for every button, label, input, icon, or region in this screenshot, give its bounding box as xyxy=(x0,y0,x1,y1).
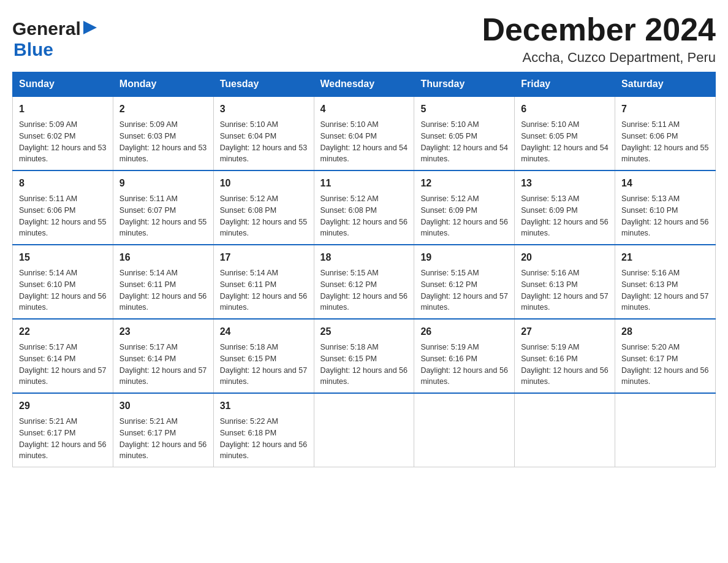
day-info: Sunrise: 5:13 AMSunset: 6:09 PMDaylight:… xyxy=(521,193,609,239)
calendar-cell: 19Sunrise: 5:15 AMSunset: 6:12 PMDayligh… xyxy=(414,245,515,319)
calendar-cell: 25Sunrise: 5:18 AMSunset: 6:15 PMDayligh… xyxy=(314,319,414,393)
day-number: 13 xyxy=(521,176,609,191)
calendar-cell: 10Sunrise: 5:12 AMSunset: 6:08 PMDayligh… xyxy=(213,170,314,245)
day-info: Sunrise: 5:09 AMSunset: 6:03 PMDaylight:… xyxy=(119,119,207,165)
day-info: Sunrise: 5:11 AMSunset: 6:07 PMDaylight:… xyxy=(119,193,207,239)
day-number: 27 xyxy=(521,324,609,339)
calendar-cell: 6Sunrise: 5:10 AMSunset: 6:05 PMDaylight… xyxy=(515,96,615,170)
calendar-week-row: 8Sunrise: 5:11 AMSunset: 6:06 PMDaylight… xyxy=(13,170,716,245)
calendar-cell: 30Sunrise: 5:21 AMSunset: 6:17 PMDayligh… xyxy=(113,393,213,467)
calendar-cell xyxy=(314,393,414,467)
calendar-cell: 26Sunrise: 5:19 AMSunset: 6:16 PMDayligh… xyxy=(414,319,515,393)
calendar-cell: 22Sunrise: 5:17 AMSunset: 6:14 PMDayligh… xyxy=(13,319,113,393)
day-info: Sunrise: 5:16 AMSunset: 6:13 PMDaylight:… xyxy=(621,267,709,313)
day-number: 20 xyxy=(521,250,609,265)
calendar-cell: 4Sunrise: 5:10 AMSunset: 6:04 PMDaylight… xyxy=(314,96,414,170)
day-number: 26 xyxy=(420,324,508,339)
day-number: 31 xyxy=(220,399,308,413)
day-number: 12 xyxy=(420,176,508,191)
day-info: Sunrise: 5:12 AMSunset: 6:08 PMDaylight:… xyxy=(320,193,408,239)
day-info: Sunrise: 5:12 AMSunset: 6:08 PMDaylight:… xyxy=(220,193,308,239)
calendar-table: SundayMondayTuesdayWednesdayThursdayFrid… xyxy=(12,72,716,467)
day-info: Sunrise: 5:19 AMSunset: 6:16 PMDaylight:… xyxy=(420,342,508,388)
day-info: Sunrise: 5:18 AMSunset: 6:15 PMDaylight:… xyxy=(320,342,408,388)
day-number: 16 xyxy=(119,250,207,265)
calendar-cell: 5Sunrise: 5:10 AMSunset: 6:05 PMDaylight… xyxy=(414,96,515,170)
day-info: Sunrise: 5:14 AMSunset: 6:10 PMDaylight:… xyxy=(19,267,107,313)
day-info: Sunrise: 5:10 AMSunset: 6:05 PMDaylight:… xyxy=(521,119,609,165)
page-subtitle: Accha, Cuzco Department, Peru xyxy=(482,50,716,66)
day-number: 8 xyxy=(19,176,107,191)
day-info: Sunrise: 5:16 AMSunset: 6:13 PMDaylight:… xyxy=(521,267,609,313)
calendar-cell: 3Sunrise: 5:10 AMSunset: 6:04 PMDaylight… xyxy=(213,96,314,170)
logo-triangle-icon xyxy=(83,21,97,34)
header-wednesday: Wednesday xyxy=(314,72,414,97)
day-info: Sunrise: 5:17 AMSunset: 6:14 PMDaylight:… xyxy=(19,342,107,388)
calendar-cell: 23Sunrise: 5:17 AMSunset: 6:14 PMDayligh… xyxy=(113,319,213,393)
calendar-cell: 7Sunrise: 5:11 AMSunset: 6:06 PMDaylight… xyxy=(615,96,716,170)
header-monday: Monday xyxy=(113,72,213,97)
calendar-cell: 11Sunrise: 5:12 AMSunset: 6:08 PMDayligh… xyxy=(314,170,414,245)
day-number: 5 xyxy=(420,102,508,117)
day-number: 30 xyxy=(119,399,207,413)
day-info: Sunrise: 5:20 AMSunset: 6:17 PMDaylight:… xyxy=(621,342,709,388)
day-info: Sunrise: 5:10 AMSunset: 6:05 PMDaylight:… xyxy=(420,119,508,165)
calendar-header-row: SundayMondayTuesdayWednesdayThursdayFrid… xyxy=(13,72,716,97)
day-number: 17 xyxy=(220,250,308,265)
day-info: Sunrise: 5:18 AMSunset: 6:15 PMDaylight:… xyxy=(220,342,308,388)
day-number: 19 xyxy=(420,250,508,265)
day-info: Sunrise: 5:14 AMSunset: 6:11 PMDaylight:… xyxy=(220,267,308,313)
header-friday: Friday xyxy=(515,72,615,97)
day-number: 4 xyxy=(320,102,408,117)
svg-marker-0 xyxy=(83,21,97,34)
page-title: December 2024 xyxy=(482,12,716,47)
day-number: 11 xyxy=(320,176,408,191)
day-number: 25 xyxy=(320,324,408,339)
day-number: 6 xyxy=(521,102,609,117)
calendar-cell: 17Sunrise: 5:14 AMSunset: 6:11 PMDayligh… xyxy=(213,245,314,319)
day-info: Sunrise: 5:14 AMSunset: 6:11 PMDaylight:… xyxy=(119,267,207,313)
day-info: Sunrise: 5:11 AMSunset: 6:06 PMDaylight:… xyxy=(19,193,107,239)
calendar-cell: 18Sunrise: 5:15 AMSunset: 6:12 PMDayligh… xyxy=(314,245,414,319)
calendar-cell: 24Sunrise: 5:18 AMSunset: 6:15 PMDayligh… xyxy=(213,319,314,393)
title-block: December 2024 Accha, Cuzco Department, P… xyxy=(482,12,716,66)
day-number: 24 xyxy=(220,324,308,339)
day-info: Sunrise: 5:19 AMSunset: 6:16 PMDaylight:… xyxy=(521,342,609,388)
day-info: Sunrise: 5:21 AMSunset: 6:17 PMDaylight:… xyxy=(19,416,107,462)
calendar-cell: 29Sunrise: 5:21 AMSunset: 6:17 PMDayligh… xyxy=(13,393,113,467)
calendar-cell xyxy=(414,393,515,467)
day-number: 22 xyxy=(19,324,107,339)
calendar-cell: 8Sunrise: 5:11 AMSunset: 6:06 PMDaylight… xyxy=(13,170,113,245)
logo-blue-text: Blue xyxy=(13,39,53,60)
calendar-cell: 15Sunrise: 5:14 AMSunset: 6:10 PMDayligh… xyxy=(13,245,113,319)
calendar-week-row: 1Sunrise: 5:09 AMSunset: 6:02 PMDaylight… xyxy=(13,96,716,170)
calendar-week-row: 29Sunrise: 5:21 AMSunset: 6:17 PMDayligh… xyxy=(13,393,716,467)
day-number: 21 xyxy=(621,250,709,265)
day-number: 23 xyxy=(119,324,207,339)
calendar-cell: 21Sunrise: 5:16 AMSunset: 6:13 PMDayligh… xyxy=(615,245,716,319)
calendar-cell: 1Sunrise: 5:09 AMSunset: 6:02 PMDaylight… xyxy=(13,96,113,170)
day-info: Sunrise: 5:21 AMSunset: 6:17 PMDaylight:… xyxy=(119,416,207,462)
day-info: Sunrise: 5:15 AMSunset: 6:12 PMDaylight:… xyxy=(320,267,408,313)
day-number: 2 xyxy=(119,102,207,117)
day-number: 29 xyxy=(19,399,107,413)
day-info: Sunrise: 5:12 AMSunset: 6:09 PMDaylight:… xyxy=(420,193,508,239)
day-number: 9 xyxy=(119,176,207,191)
day-number: 3 xyxy=(220,102,308,117)
calendar-cell xyxy=(615,393,716,467)
day-number: 1 xyxy=(19,102,107,117)
calendar-cell: 20Sunrise: 5:16 AMSunset: 6:13 PMDayligh… xyxy=(515,245,615,319)
header-thursday: Thursday xyxy=(414,72,515,97)
logo: General Blue xyxy=(12,12,97,60)
calendar-week-row: 22Sunrise: 5:17 AMSunset: 6:14 PMDayligh… xyxy=(13,319,716,393)
day-number: 18 xyxy=(320,250,408,265)
calendar-cell: 16Sunrise: 5:14 AMSunset: 6:11 PMDayligh… xyxy=(113,245,213,319)
calendar-cell: 13Sunrise: 5:13 AMSunset: 6:09 PMDayligh… xyxy=(515,170,615,245)
day-info: Sunrise: 5:10 AMSunset: 6:04 PMDaylight:… xyxy=(320,119,408,165)
day-number: 14 xyxy=(621,176,709,191)
day-number: 10 xyxy=(220,176,308,191)
header-saturday: Saturday xyxy=(615,72,716,97)
calendar-cell: 28Sunrise: 5:20 AMSunset: 6:17 PMDayligh… xyxy=(615,319,716,393)
calendar-week-row: 15Sunrise: 5:14 AMSunset: 6:10 PMDayligh… xyxy=(13,245,716,319)
day-info: Sunrise: 5:15 AMSunset: 6:12 PMDaylight:… xyxy=(420,267,508,313)
